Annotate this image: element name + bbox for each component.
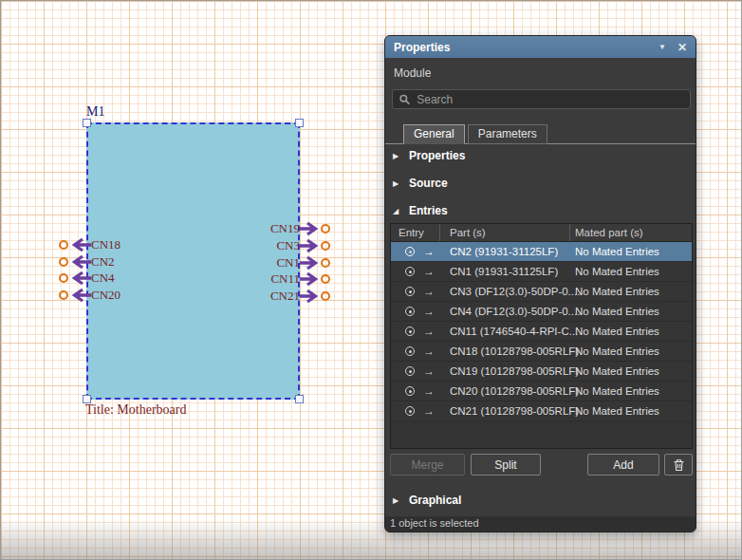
pin-label: CN11 — [270, 271, 300, 287]
delete-button[interactable] — [664, 454, 693, 476]
search-input[interactable] — [417, 93, 683, 106]
panel-close-icon[interactable]: ✕ — [677, 41, 687, 54]
cell-mated-part: No Mated Entries — [570, 262, 692, 281]
pin-arrow-left-icon — [68, 237, 91, 252]
cell-part: CN21 (10128798-005RLF) — [440, 401, 570, 420]
tab-parameters[interactable]: Parameters — [468, 124, 547, 144]
cell-part: CN18 (10128798-005RLF) — [440, 342, 570, 361]
pin-cn1[interactable]: CN1 — [219, 255, 330, 271]
cell-mated-part: No Mated Entries — [570, 242, 692, 261]
visibility-eye-icon[interactable] — [405, 366, 415, 376]
table-row[interactable]: → CN11 (1746540-4-RPI-C... No Mated Entr… — [391, 322, 692, 342]
pin-circle-icon — [59, 290, 68, 300]
visibility-eye-icon[interactable] — [405, 406, 415, 416]
pin-label: CN1 — [276, 255, 300, 271]
section-source[interactable]: ▶ Source — [393, 177, 448, 190]
selection-handle-top-right[interactable] — [295, 119, 304, 127]
pin-circle-icon — [321, 224, 330, 233]
pin-circle-icon — [59, 257, 68, 267]
column-header-part: Part (s) — [440, 224, 570, 241]
section-graphical[interactable]: ▶ Graphical — [393, 494, 461, 507]
search-icon — [399, 94, 410, 105]
entry-direction-icon: → — [423, 325, 435, 338]
pin-label: CN21 — [270, 289, 300, 304]
module-designator: M1 — [86, 104, 104, 120]
chevron-right-icon: ▶ — [393, 179, 401, 188]
visibility-eye-icon[interactable] — [405, 287, 415, 296]
cell-mated-part: No Mated Entries — [570, 302, 692, 321]
entries-table-header: Entry Part (s) Mated part (s) — [391, 224, 692, 242]
pin-label: CN19 — [270, 221, 300, 236]
pin-cn20[interactable]: CN20 — [59, 288, 121, 303]
entry-direction-icon: → — [423, 265, 435, 278]
visibility-eye-icon[interactable] — [405, 327, 415, 336]
section-properties[interactable]: ▶ Properties — [393, 149, 465, 162]
table-row[interactable]: → CN4 (DF12(3.0)-50DP-0.... No Mated Ent… — [391, 302, 692, 322]
cell-mated-part: No Mated Entries — [570, 322, 692, 341]
entry-direction-icon: → — [423, 364, 435, 378]
pin-label: CN18 — [91, 237, 121, 252]
entry-direction-icon: → — [423, 305, 435, 318]
pin-arrow-right-icon — [300, 238, 321, 253]
table-row[interactable]: → CN3 (DF12(3.0)-50DP-0.... No Mated Ent… — [391, 282, 692, 302]
add-button[interactable]: Add — [587, 454, 659, 476]
table-row[interactable]: → CN2 (91931-31125LF) No Mated Entries — [391, 242, 692, 262]
tab-general[interactable]: General — [403, 124, 465, 144]
visibility-eye-icon[interactable] — [405, 386, 415, 396]
pin-cn19[interactable]: CN19 — [219, 221, 330, 236]
panel-dropdown-icon[interactable]: ▼ — [659, 43, 666, 51]
cell-mated-part: No Mated Entries — [570, 401, 692, 420]
pin-label: CN3 — [276, 238, 300, 253]
pin-arrow-right-icon — [300, 289, 321, 304]
pin-circle-icon — [321, 274, 330, 284]
visibility-eye-icon[interactable] — [405, 267, 415, 276]
properties-panel: Properties ▼ ✕ Module General Parameters… — [384, 35, 696, 532]
cell-part: CN19 (10128798-005RLF) — [440, 362, 570, 381]
selection-handle-top-left[interactable] — [83, 119, 91, 127]
visibility-eye-icon[interactable] — [405, 307, 415, 316]
table-row[interactable]: → CN1 (91931-31125LF) No Mated Entries — [391, 262, 692, 282]
pin-arrow-right-icon — [300, 255, 321, 271]
search-box[interactable] — [392, 89, 691, 109]
table-row[interactable]: → CN20 (10128798-005RLF) No Mated Entrie… — [391, 382, 692, 401]
cell-mated-part: No Mated Entries — [570, 282, 692, 301]
entry-direction-icon: → — [423, 345, 435, 358]
entries-table: Entry Part (s) Mated part (s) → CN2 (919… — [390, 223, 693, 449]
pin-cn2[interactable]: CN2 — [59, 254, 115, 270]
pin-circle-icon — [321, 241, 330, 251]
pin-label: CN2 — [91, 254, 115, 270]
visibility-eye-icon[interactable] — [405, 346, 415, 356]
cell-part: CN3 (DF12(3.0)-50DP-0.... — [440, 282, 570, 301]
pin-label: CN20 — [91, 288, 121, 303]
pin-arrow-left-icon — [68, 288, 91, 303]
pin-circle-icon — [321, 291, 330, 301]
table-row[interactable]: → CN18 (10128798-005RLF) No Mated Entrie… — [391, 342, 692, 362]
cell-mated-part: No Mated Entries — [570, 342, 692, 361]
merge-button[interactable]: Merge — [390, 454, 465, 476]
cell-part: CN4 (DF12(3.0)-50DP-0.... — [440, 302, 570, 321]
pin-cn4[interactable]: CN4 — [59, 271, 115, 286]
pin-arrow-left-icon — [68, 271, 91, 286]
cell-mated-part: No Mated Entries — [570, 362, 692, 381]
pin-circle-icon — [321, 258, 330, 268]
column-header-mated-part: Mated part (s) — [570, 224, 692, 241]
section-entries[interactable]: ◢ Entries — [393, 204, 448, 217]
split-button[interactable]: Split — [471, 454, 541, 476]
pin-cn11[interactable]: CN11 — [219, 271, 330, 287]
module-title-label: Title: Motherboard — [85, 402, 186, 418]
cell-part: CN1 (91931-31125LF) — [440, 262, 570, 281]
pin-arrow-right-icon — [300, 271, 321, 287]
pin-cn21[interactable]: CN21 — [219, 289, 330, 304]
pin-arrow-left-icon — [68, 254, 91, 270]
table-row[interactable]: → CN21 (10128798-005RLF) No Mated Entrie… — [391, 401, 692, 421]
panel-title: Properties — [394, 41, 450, 54]
entry-direction-icon: → — [423, 384, 435, 398]
chevron-expanded-icon: ◢ — [393, 207, 401, 215]
document-type-label: Module — [394, 66, 431, 80]
selection-handle-bottom-right[interactable] — [295, 395, 304, 403]
cell-mated-part: No Mated Entries — [570, 382, 692, 401]
pin-cn3[interactable]: CN3 — [219, 238, 330, 253]
visibility-eye-icon[interactable] — [405, 247, 415, 256]
pin-cn18[interactable]: CN18 — [59, 237, 121, 252]
table-row[interactable]: → CN19 (10128798-005RLF) No Mated Entrie… — [391, 362, 692, 382]
